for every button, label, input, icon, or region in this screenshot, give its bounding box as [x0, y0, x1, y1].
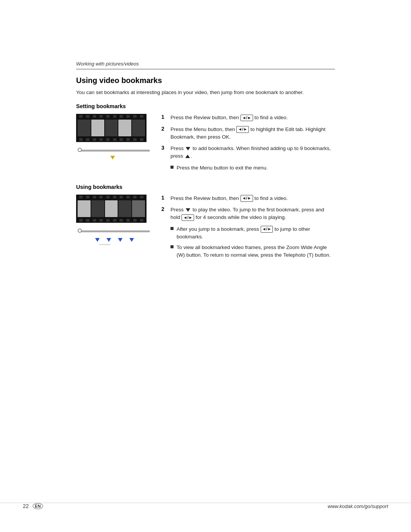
film-frame: [118, 200, 131, 217]
step-1-text: Press the Review button, then ◄/► to fin…: [170, 114, 288, 121]
step-3: 3 Press to add bookmarks. When finished …: [161, 145, 335, 160]
film-frame: [105, 120, 118, 136]
setting-bookmarks-section: 1 Press the Review button, then ◄/► to f…: [76, 114, 335, 175]
sprocket: [79, 115, 83, 118]
sprocket-row-bottom-2: [76, 218, 147, 223]
sprocket: [106, 196, 110, 198]
bullet-icon-2: [170, 227, 174, 230]
bullet-item-zoom: To view all bookmarked video frames, pre…: [170, 244, 335, 259]
using-steps: 1 Press the Review button, then ◄/► to f…: [161, 195, 335, 262]
sprocket: [133, 196, 137, 198]
sprocket: [113, 138, 116, 141]
page-title: Using video bookmarks: [76, 76, 335, 85]
sprocket: [119, 219, 123, 222]
sprocket: [106, 138, 110, 141]
step-number-1: 1: [161, 114, 167, 120]
sprocket: [86, 138, 89, 141]
sprocket: [86, 196, 89, 198]
page: Working with pictures/videos Using video…: [0, 0, 411, 532]
timeline-using: [76, 225, 152, 242]
sprocket: [140, 196, 143, 198]
sprocket: [133, 115, 137, 118]
sprocket: [86, 115, 89, 118]
using-bookmarks-title: Using bookmarks: [76, 184, 335, 190]
sprocket: [99, 115, 103, 118]
timeline-setting: [76, 144, 152, 160]
nav-lr-icon-3: ◄/►: [182, 214, 194, 221]
step-1: 1 Press the Review button, then ◄/► to f…: [161, 114, 335, 121]
film-frames-2: [76, 200, 147, 218]
using-step-number-2: 2: [161, 206, 167, 212]
up-arrow-icon: [185, 155, 190, 158]
sprocket: [126, 138, 130, 141]
sprocket: [106, 115, 110, 118]
film-strip-graphic: [76, 114, 147, 142]
film-frame: [91, 120, 104, 136]
nav-lr-icon: ◄/►: [241, 115, 253, 121]
sprocket: [113, 196, 116, 198]
sprocket: [119, 138, 123, 141]
sprocket: [106, 219, 110, 222]
separator-line: [99, 244, 110, 245]
step-number-2: 2: [161, 126, 167, 132]
setting-bookmarks-title: Setting bookmarks: [76, 103, 335, 109]
en-badge: EN: [33, 503, 43, 509]
sprocket: [86, 219, 89, 222]
film-frame: [91, 200, 104, 217]
using-step-1-text: Press the Review button, then ◄/► to fin…: [170, 195, 288, 202]
using-step-number-1: 1: [161, 195, 167, 201]
step-3-text: Press to add bookmarks. When finished ad…: [170, 145, 335, 160]
film-frame: [118, 120, 131, 136]
down-arrow-icon-2: [186, 208, 190, 212]
sprocket: [126, 196, 130, 198]
film-strip-setting: [76, 114, 152, 160]
timeline-track-2: [78, 230, 150, 232]
film-frame: [105, 200, 118, 217]
timeline-thumb-2: [78, 228, 82, 233]
using-step-2: 2 Press to play the video. To jump to th…: [161, 206, 335, 222]
film-frame: [132, 120, 145, 136]
sprocket: [93, 115, 96, 118]
nav-lr-icon-4: ◄/►: [261, 226, 273, 232]
sprocket: [79, 196, 83, 198]
bullet-icon: [170, 166, 174, 169]
sprocket: [99, 138, 103, 141]
nav-lr-icon: ◄/►: [236, 126, 249, 133]
sprocket: [99, 196, 103, 198]
bullet-icon-3: [170, 245, 174, 248]
step-2-text: Press the Menu button, then ◄/► to highl…: [170, 126, 335, 141]
bullet-text-exit-menu: Press the Menu button to exit the menu.: [177, 164, 268, 172]
film-frame: [78, 120, 91, 136]
sprocket-row-bottom: [76, 137, 147, 142]
sprocket: [79, 138, 83, 141]
page-number: 22: [23, 503, 29, 509]
sprocket: [126, 115, 130, 118]
step-number-3: 3: [161, 145, 167, 151]
sprocket: [119, 196, 123, 198]
divider: [76, 69, 335, 69]
using-bookmarks-section: 1 Press the Review button, then ◄/► to f…: [76, 195, 335, 262]
nav-lr-icon-2: ◄/►: [241, 195, 253, 201]
sprocket: [93, 196, 96, 198]
footer: 22 EN www.kodak.com/go/support: [0, 503, 411, 509]
content-area: Working with pictures/videos Using video…: [61, 0, 350, 302]
sprocket: [133, 138, 137, 141]
step-2: 2 Press the Menu button, then ◄/► to hig…: [161, 126, 335, 141]
sprocket: [140, 219, 143, 222]
sprocket: [133, 219, 137, 222]
film-frame: [78, 200, 91, 217]
bullet-item-exit-menu: Press the Menu button to exit the menu.: [170, 164, 335, 172]
footer-website: www.kodak.com/go/support: [328, 503, 388, 509]
sprocket: [126, 219, 130, 222]
film-strip-using: [76, 195, 152, 242]
setting-steps: 1 Press the Review button, then ◄/► to f…: [161, 114, 335, 175]
sprocket: [93, 219, 96, 222]
sprocket-row-top: [76, 114, 147, 119]
bullet-text-zoom: To view all bookmarked video frames, pre…: [177, 244, 335, 259]
bullet-text-jump: After you jump to a bookmark, press ◄/► …: [177, 225, 335, 241]
using-step-2-text: Press to play the video. To jump to the …: [170, 206, 335, 222]
film-frames: [76, 119, 147, 137]
sprocket: [140, 138, 143, 141]
sprocket: [113, 115, 116, 118]
bullet-item-jump: After you jump to a bookmark, press ◄/► …: [170, 225, 335, 241]
